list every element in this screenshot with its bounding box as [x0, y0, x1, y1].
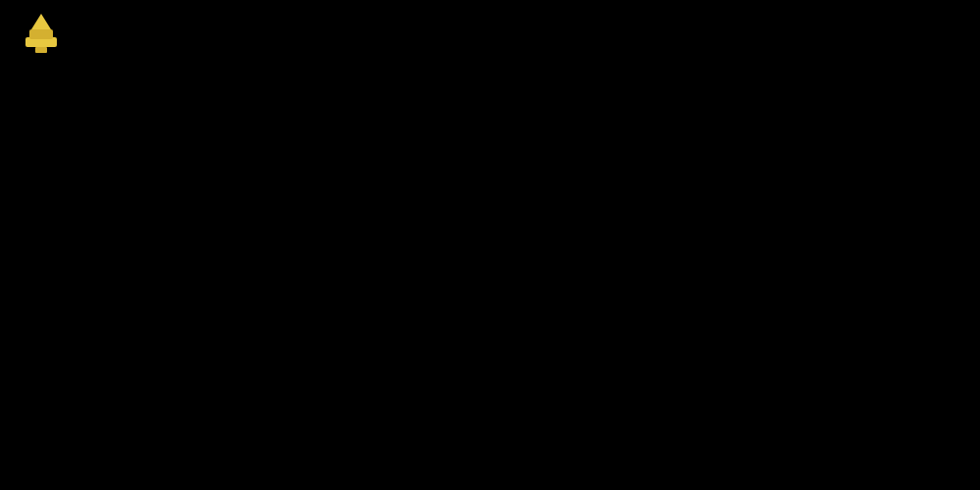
connections-svg — [0, 0, 980, 490]
svg-rect-3 — [35, 47, 47, 53]
svg-rect-1 — [29, 29, 53, 39]
logo-icon — [18, 10, 65, 57]
svg-marker-2 — [31, 14, 51, 29]
